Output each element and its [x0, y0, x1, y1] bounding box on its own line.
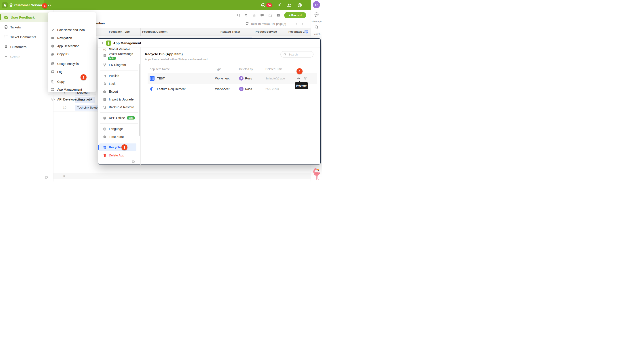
restore-icon[interactable] — [296, 76, 300, 80]
search-input[interactable] — [288, 53, 310, 56]
column-header[interactable]: Feedback Type — [109, 30, 130, 33]
sidebar-item-ticket-comments[interactable]: Ticket Comments — [0, 33, 54, 41]
global-search-icon[interactable] — [314, 25, 319, 30]
menu-item-label: Navigation — [57, 36, 72, 40]
nav-item-label: Publish — [109, 74, 119, 78]
usage-chart-icon — [51, 62, 55, 66]
menu-item-label: API Developer Docs — [57, 98, 86, 101]
row-count-status: Total 10 row(s), 1/1 page(s) — [251, 22, 286, 26]
worksheet-kanban-icon — [150, 86, 154, 91]
app-menu-toggle[interactable] — [38, 3, 42, 8]
table-view-icon[interactable] — [304, 30, 308, 34]
filter-icon[interactable] — [244, 13, 248, 17]
lock-icon — [103, 82, 107, 86]
collapse-sidebar-icon[interactable] — [44, 175, 48, 179]
copy-icon — [51, 80, 55, 84]
column-divider — [287, 28, 287, 36]
cell-value[interactable]: TechLink Solutio — [75, 105, 98, 111]
sidebar-item-customers[interactable]: Customers — [0, 42, 54, 51]
delete-forever-icon[interactable] — [304, 76, 307, 80]
avatar[interactable]: R — [313, 1, 320, 8]
dialog-title: App Management — [113, 41, 141, 45]
chart-icon[interactable] — [252, 13, 256, 17]
column-header: Deleted by — [239, 67, 253, 71]
nav-item-backup-restore[interactable]: Backup & Restore — [98, 104, 140, 110]
app-management-dialog: App Management {x} Global Variable Vecto… — [98, 38, 321, 165]
back-icon[interactable] — [101, 42, 104, 44]
recycle-row[interactable]: TEST Worksheet R Ross 3minute(s) ago — [148, 73, 317, 84]
menu-item-edit-name-and-icon[interactable]: Edit Name and Icon — [51, 27, 94, 33]
comment-icon[interactable] — [260, 13, 264, 17]
inbox-icon[interactable] — [276, 13, 280, 17]
message-label: Message — [311, 20, 322, 23]
add-record-button[interactable]: + Record — [284, 12, 306, 18]
members-icon[interactable] — [287, 3, 292, 8]
prev-page-icon[interactable] — [295, 22, 298, 26]
deleted-time: 3minute(s) ago — [266, 77, 285, 80]
column-header[interactable]: Product/Service — [255, 30, 277, 33]
svg-text:{x}: {x} — [103, 48, 106, 51]
nav-item-time-zone[interactable]: Time Zone — [98, 134, 140, 140]
menu-item-navigation[interactable]: Navigation — [51, 35, 94, 41]
app-dropdown-menu: Edit Name and Icon Navigation App Descri… — [48, 12, 96, 92]
nav-item-export[interactable]: Export — [98, 89, 140, 95]
more-options[interactable]: •• — [48, 3, 52, 7]
menu-item-api-developer-docs[interactable]: API Developer Docs — [51, 97, 94, 102]
nav-item-app-offline[interactable]: APP Offline beta — [98, 115, 140, 121]
search-records-icon[interactable] — [236, 13, 240, 17]
nav-item-label: Lock — [109, 82, 116, 86]
nav-item-label: Import & Upgrade — [109, 98, 134, 101]
nav-item-delete-app[interactable]: Delete App — [98, 152, 140, 158]
menu-item-app-management[interactable]: App Management — [51, 87, 94, 92]
nav-item-recycle-bin[interactable]: Recycle Bin — [98, 144, 140, 150]
collapse-nav-icon[interactable] — [132, 160, 135, 164]
column-header: App Item Name — [150, 67, 170, 71]
sidebar-item-user-feedback[interactable]: User Feedback — [0, 13, 54, 22]
menu-item-copy-id[interactable]: ID Copy ID — [51, 51, 94, 57]
column-header[interactable]: Feedback C — [288, 30, 305, 33]
drag-handle[interactable]: = — [63, 174, 65, 178]
nav-item-global-variable[interactable]: {x} Global Variable — [98, 46, 140, 52]
nav-item-vector-knowledge-base[interactable]: Vector Knowledge Base — [98, 53, 140, 58]
avatar: R — [239, 87, 244, 91]
share-icon[interactable] — [268, 13, 272, 17]
view-tab-partial[interactable]: anban — [96, 22, 105, 25]
home-button[interactable] — [2, 2, 8, 8]
column-header[interactable]: Related Ticket — [220, 30, 240, 33]
nav-divider — [140, 48, 141, 165]
envelope-icon — [4, 15, 8, 19]
sparkle-icon[interactable] — [277, 3, 282, 8]
person-icon — [4, 45, 8, 49]
nav-scrollbar[interactable] — [139, 64, 140, 136]
code-icon — [51, 98, 55, 101]
app-icon — [9, 3, 14, 8]
menu-divider — [48, 77, 96, 77]
column-header[interactable]: Feedback Content — [142, 30, 168, 33]
nav-item-import-upgrade[interactable]: Import & Upgrade — [98, 97, 140, 102]
nav-section-divider — [100, 142, 138, 142]
next-page-icon[interactable] — [301, 22, 304, 26]
message-icon[interactable] — [314, 12, 319, 17]
sidebar-item-create[interactable]: Create — [0, 52, 54, 61]
backup-restore-icon — [103, 105, 107, 109]
column-header: Type — [215, 67, 222, 71]
menu-item-usage-analysis[interactable]: Usage Analysis — [51, 61, 94, 67]
nav-item-publish[interactable]: Publish — [98, 73, 140, 79]
globe-icon[interactable] — [298, 3, 302, 8]
recycle-search[interactable] — [280, 51, 314, 58]
nav-item-er-diagram[interactable]: ER Diagram — [98, 62, 140, 68]
avatar: R — [239, 76, 244, 81]
screen: anban Total 10 row(s), 1/1 page(s) + Rec… — [0, 0, 322, 182]
menu-item-log[interactable]: Log — [51, 69, 94, 75]
sidebar-item-label: Tickets — [10, 25, 21, 29]
nav-item-language[interactable]: Language — [98, 126, 140, 132]
refresh-icon[interactable] — [245, 22, 249, 25]
nav-item-lock[interactable]: Lock — [98, 81, 140, 87]
sidebar-item-tickets[interactable]: Tickets — [0, 23, 54, 32]
menu-item-copy[interactable]: Copy — [51, 79, 94, 85]
recycle-row[interactable]: Feature Requirement Worksheet R Ross 2/2… — [148, 84, 317, 94]
menu-item-app-description[interactable]: App Description — [51, 43, 94, 49]
task-check-icon[interactable] — [261, 3, 266, 8]
flamingo-mascot[interactable] — [311, 167, 322, 181]
column-divider — [253, 28, 253, 36]
